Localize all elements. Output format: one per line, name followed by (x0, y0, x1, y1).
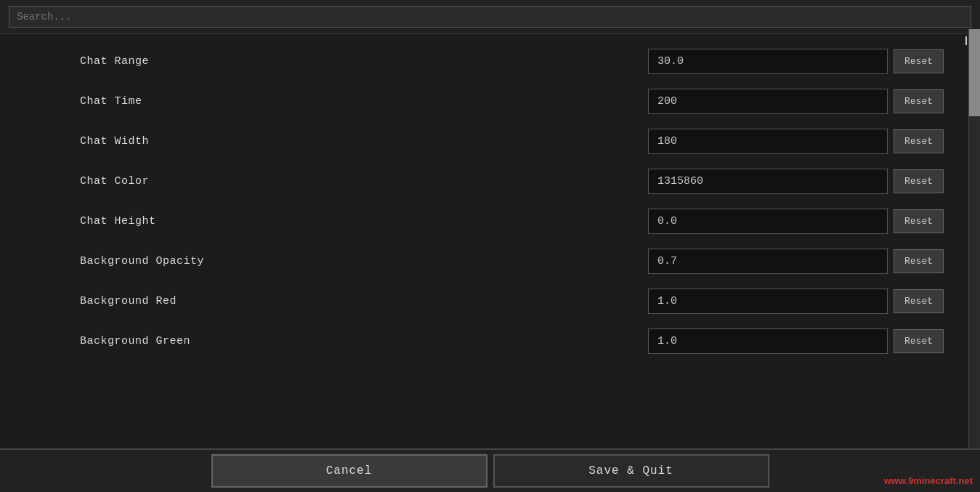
cancel-button[interactable]: Cancel (211, 454, 487, 488)
bottom-bar: Cancel Save & Quit (0, 448, 980, 492)
save-quit-button[interactable]: Save & Quit (493, 454, 769, 488)
input-area-chat-color: Reset (648, 169, 944, 194)
label-chat-height: Chat Height (7, 215, 648, 227)
reset-button-background-red[interactable]: Reset (894, 289, 944, 313)
input-chat-range[interactable] (648, 49, 888, 74)
label-background-red: Background Red (7, 295, 648, 307)
label-background-green: Background Green (7, 335, 648, 347)
reset-button-background-green[interactable]: Reset (894, 329, 944, 353)
input-area-chat-time: Reset (648, 89, 944, 114)
scrollbar-thumb[interactable] (969, 29, 980, 116)
input-area-chat-width: Reset (648, 129, 944, 154)
label-background-opacity: Background Opacity (7, 255, 648, 267)
setting-row-chat-height: Chat HeightReset (7, 201, 958, 241)
reset-button-chat-range[interactable]: Reset (894, 49, 944, 73)
input-area-background-opacity: Reset (648, 249, 944, 274)
setting-row-chat-range: Chat RangeReset (7, 41, 958, 81)
reset-button-background-opacity[interactable]: Reset (894, 249, 944, 273)
input-background-opacity[interactable] (648, 249, 888, 274)
setting-row-background-opacity: Background OpacityReset (7, 241, 958, 281)
reset-button-chat-height[interactable]: Reset (894, 209, 944, 233)
label-chat-range: Chat Range (7, 55, 648, 68)
settings-list: Chat RangeResetChat TimeResetChat WidthR… (0, 34, 980, 448)
setting-row-background-red: Background RedReset (7, 281, 958, 321)
input-area-background-red: Reset (648, 289, 944, 314)
input-chat-time[interactable] (648, 89, 888, 114)
input-chat-color[interactable] (648, 169, 888, 194)
input-area-background-green: Reset (648, 328, 944, 354)
label-chat-color: Chat Color (7, 175, 648, 187)
reset-button-chat-color[interactable]: Reset (894, 169, 944, 193)
setting-row-chat-time: Chat TimeReset (7, 81, 958, 121)
input-area-chat-height: Reset (648, 209, 944, 234)
reset-button-chat-width[interactable]: Reset (894, 129, 944, 153)
search-bar-container (0, 0, 980, 34)
input-chat-height[interactable] (648, 209, 888, 234)
label-chat-width: Chat Width (7, 135, 648, 148)
input-chat-width[interactable] (648, 129, 888, 154)
input-background-green[interactable] (648, 328, 888, 354)
setting-row-chat-color: Chat ColorReset (7, 161, 958, 201)
search-input[interactable] (9, 6, 971, 28)
settings-panel: Chat RangeResetChat TimeResetChat WidthR… (0, 0, 980, 492)
input-background-red[interactable] (648, 289, 888, 314)
setting-row-chat-width: Chat WidthReset (7, 121, 958, 161)
scrollbar[interactable] (968, 29, 980, 448)
input-area-chat-range: Reset (648, 49, 944, 74)
reset-button-chat-time[interactable]: Reset (894, 89, 944, 113)
label-chat-time: Chat Time (7, 95, 648, 108)
setting-row-background-green: Background GreenReset (7, 321, 958, 361)
